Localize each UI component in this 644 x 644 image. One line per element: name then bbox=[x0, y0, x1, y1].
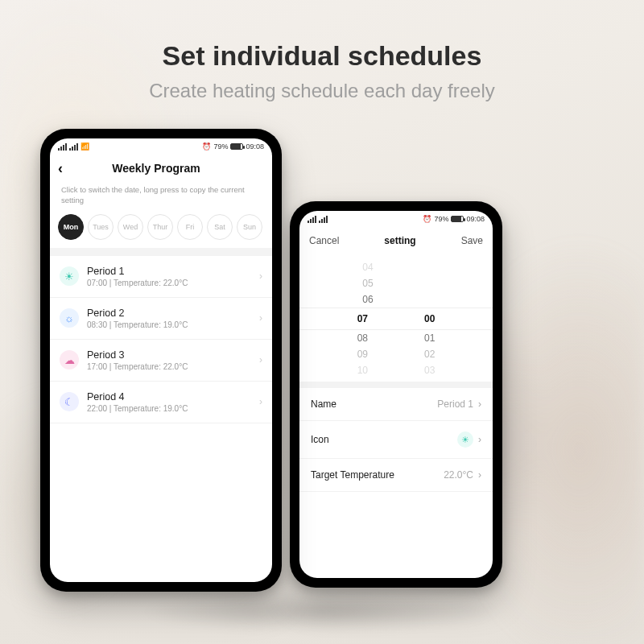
day-thur[interactable]: Thur bbox=[147, 214, 173, 240]
signal-icon bbox=[69, 143, 78, 151]
period-subtitle: 17:00 | Temperature: 22.0°C bbox=[87, 362, 251, 371]
period-text: Period 317:00 | Temperature: 22.0°C bbox=[87, 349, 251, 371]
picker-row[interactable]: 06 bbox=[299, 291, 493, 308]
period-title: Period 3 bbox=[87, 349, 251, 361]
picker-hour: 06 bbox=[362, 294, 373, 305]
picker-hour: 07 bbox=[357, 313, 368, 324]
clock: 09:08 bbox=[246, 142, 264, 151]
status-bar: ⏰ 79% 09:08 bbox=[299, 211, 493, 227]
battery-pct: 79% bbox=[434, 215, 448, 223]
period-title: Period 4 bbox=[87, 391, 251, 402]
period-text: Period 107:00 | Temperature: 22.0°C bbox=[87, 266, 251, 287]
picker-row[interactable]: 0902 bbox=[299, 346, 493, 362]
floor-shadow bbox=[64, 588, 580, 636]
picker-hour: 10 bbox=[357, 365, 368, 376]
row-target-temperature[interactable]: Target Temperature 22.0°C › bbox=[299, 459, 493, 492]
signal-icon bbox=[308, 216, 316, 223]
section-separator bbox=[299, 382, 493, 388]
period-row[interactable]: ☼Period 208:30 | Temperature: 19.0°C› bbox=[50, 298, 272, 340]
signal-icon bbox=[58, 143, 67, 151]
row-value: ☀ › bbox=[457, 431, 481, 448]
day-tues[interactable]: Tues bbox=[88, 214, 114, 240]
picker-hour: 08 bbox=[357, 332, 368, 344]
cancel-button[interactable]: Cancel bbox=[309, 235, 339, 246]
chevron-right-icon: › bbox=[259, 270, 262, 282]
period-subtitle: 22:00 | Temperature: 19.0°C bbox=[87, 404, 251, 413]
day-sun[interactable]: Sun bbox=[237, 214, 262, 240]
period-row[interactable]: ☁Period 317:00 | Temperature: 22.0°C› bbox=[50, 340, 272, 382]
chevron-right-icon: › bbox=[478, 398, 481, 410]
chevron-right-icon: › bbox=[259, 354, 262, 365]
marketing-subhead: Create heating schedule each day freely bbox=[0, 80, 644, 102]
picker-minute: 01 bbox=[424, 332, 435, 344]
period-title: Period 1 bbox=[87, 266, 251, 277]
row-icon[interactable]: Icon ☀ › bbox=[299, 421, 493, 459]
day-fri[interactable]: Fri bbox=[177, 214, 203, 240]
row-label: Target Temperature bbox=[311, 469, 394, 481]
sunset-icon: ☁ bbox=[60, 350, 79, 369]
picker-row-selected[interactable]: 0700 bbox=[299, 308, 493, 330]
device-stage: 📶 ⏰ 79% 09:08 ‹ Weekly Program Click to … bbox=[40, 129, 604, 628]
row-name[interactable]: Name Period 1 › bbox=[299, 388, 493, 421]
time-picker[interactable]: 0405060700080109021003 bbox=[299, 254, 493, 382]
day-sat[interactable]: Sat bbox=[207, 214, 233, 240]
status-right: ⏰ 79% 09:08 bbox=[423, 215, 485, 223]
day-selector: MonTuesWedThurFriSatSun bbox=[50, 214, 272, 248]
phone1-screen: 📶 ⏰ 79% 09:08 ‹ Weekly Program Click to … bbox=[50, 138, 272, 582]
moon-icon: ☾ bbox=[60, 392, 79, 411]
picker-hour: 09 bbox=[357, 349, 368, 360]
picker-hour: 04 bbox=[362, 262, 373, 273]
signal-icon bbox=[319, 216, 328, 223]
period-list: ☀Period 107:00 | Temperature: 22.0°C›☼Pe… bbox=[50, 256, 272, 582]
picker-row[interactable]: 0801 bbox=[299, 330, 493, 346]
chevron-right-icon: › bbox=[259, 396, 262, 407]
alarm-icon: ⏰ bbox=[423, 215, 431, 223]
chevron-right-icon: › bbox=[259, 312, 262, 324]
row-label: Icon bbox=[311, 434, 329, 445]
clock: 09:08 bbox=[466, 215, 485, 223]
period-subtitle: 07:00 | Temperature: 22.0°C bbox=[87, 279, 251, 287]
sunrise-icon: ☀ bbox=[457, 431, 473, 448]
period-subtitle: 08:30 | Temperature: 19.0°C bbox=[87, 320, 251, 329]
save-button[interactable]: Save bbox=[461, 235, 483, 246]
chevron-right-icon: › bbox=[478, 469, 481, 481]
period-text: Period 208:30 | Temperature: 19.0°C bbox=[87, 308, 251, 329]
day-mon[interactable]: Mon bbox=[58, 214, 84, 240]
phone-weekly-program: 📶 ⏰ 79% 09:08 ‹ Weekly Program Click to … bbox=[40, 129, 282, 592]
period-row[interactable]: ☀Period 107:00 | Temperature: 22.0°C› bbox=[50, 256, 272, 298]
picker-row[interactable]: 05 bbox=[299, 275, 493, 291]
period-text: Period 422:00 | Temperature: 19.0°C bbox=[87, 391, 251, 413]
phone-period-setting: ⏰ 79% 09:08 Cancel setting Save 04050607… bbox=[290, 201, 502, 588]
period-title: Period 2 bbox=[87, 308, 251, 319]
battery-pct: 79% bbox=[213, 142, 228, 151]
status-right: ⏰ 79% 09:08 bbox=[202, 142, 264, 151]
sunrise-icon: ☀ bbox=[60, 266, 79, 286]
page-title: Weekly Program bbox=[50, 162, 264, 175]
marketing-headline: Set individual schedules bbox=[0, 0, 644, 72]
row-value: Period 1 › bbox=[437, 398, 481, 410]
hint-text: Click to switch the date, long press to … bbox=[50, 182, 272, 214]
picker-minute: 00 bbox=[424, 313, 435, 324]
sun-icon: ☼ bbox=[60, 308, 79, 328]
picker-minute: 02 bbox=[424, 349, 435, 360]
period-row[interactable]: ☾Period 422:00 | Temperature: 19.0°C› bbox=[50, 382, 272, 423]
modal-title: setting bbox=[384, 235, 415, 246]
status-left: 📶 bbox=[58, 142, 89, 151]
picker-row[interactable]: 1003 bbox=[299, 362, 493, 378]
battery-icon bbox=[451, 216, 464, 222]
section-separator bbox=[50, 248, 272, 256]
wifi-icon: 📶 bbox=[80, 142, 89, 151]
alarm-icon: ⏰ bbox=[202, 142, 211, 151]
day-wed[interactable]: Wed bbox=[118, 214, 143, 240]
row-value: 22.0°C › bbox=[444, 469, 481, 481]
picker-hour: 05 bbox=[362, 278, 373, 289]
battery-icon bbox=[230, 143, 243, 150]
chevron-right-icon: › bbox=[478, 434, 481, 445]
modal-topbar: Cancel setting Save bbox=[299, 227, 493, 254]
navbar: ‹ Weekly Program bbox=[50, 155, 272, 182]
status-left bbox=[308, 216, 328, 223]
row-label: Name bbox=[311, 398, 336, 410]
picker-row[interactable]: 04 bbox=[299, 259, 493, 275]
picker-minute: 03 bbox=[424, 365, 435, 376]
status-bar: 📶 ⏰ 79% 09:08 bbox=[50, 138, 272, 155]
